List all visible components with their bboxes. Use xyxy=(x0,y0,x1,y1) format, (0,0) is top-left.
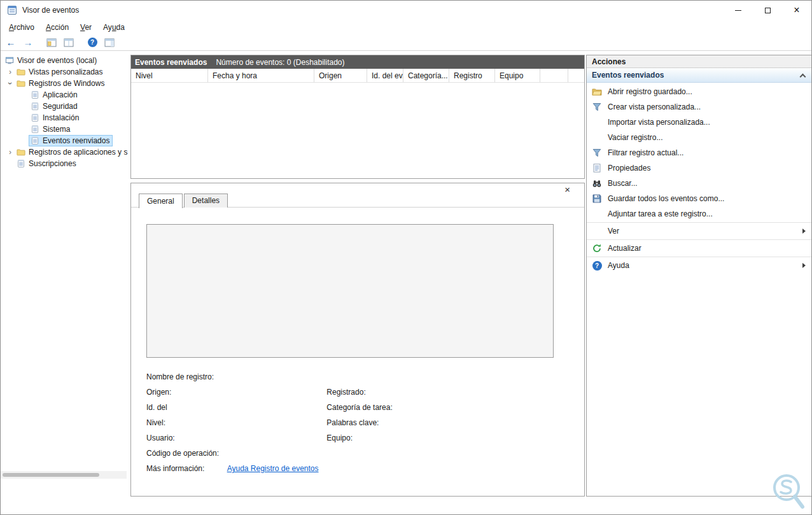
find-icon xyxy=(592,178,602,188)
back-button[interactable]: ← xyxy=(3,36,18,50)
action-create-custom-view[interactable]: Crear vista personalizada... xyxy=(587,99,811,115)
tree-item-registros-de-aplicaciones[interactable]: › Registros de aplicaciones y s xyxy=(1,146,128,158)
separator xyxy=(587,239,811,240)
horizontal-scrollbar[interactable] xyxy=(1,471,127,479)
close-preview-icon[interactable]: × xyxy=(564,185,570,194)
close-button[interactable]: × xyxy=(782,1,811,20)
preview-tabs: General Detalles xyxy=(131,194,584,208)
action-filter-current-log[interactable]: Filtrar registro actual... xyxy=(587,145,811,160)
window-title: Visor de eventos xyxy=(22,6,79,15)
minimize-button[interactable] xyxy=(724,1,753,20)
actions-list: Abrir registro guardado... Crear vista p… xyxy=(587,83,811,273)
tree-item-suscripciones[interactable]: Suscripciones xyxy=(1,158,128,169)
menu-archivo[interactable]: Archivo xyxy=(3,21,40,34)
chevron-right-icon[interactable]: › xyxy=(6,148,15,156)
column-nivel[interactable]: Nivel xyxy=(131,69,208,82)
action-properties[interactable]: Propiedades xyxy=(587,160,811,176)
filter-icon xyxy=(592,148,602,158)
tree-item-seguridad[interactable]: Seguridad xyxy=(1,101,128,112)
field-registrado: Registrado: xyxy=(326,388,365,397)
separator xyxy=(587,257,811,257)
action-import-custom-view[interactable]: Importar vista personalizada... xyxy=(587,115,811,130)
console-tree-icon xyxy=(46,38,57,48)
maximize-button[interactable] xyxy=(753,1,782,20)
actions-group-header[interactable]: Eventos reenviados xyxy=(587,68,811,83)
scrollbar-thumb[interactable] xyxy=(3,473,99,477)
general-tab-content: Nombre de registro: Origen: Registrado: … xyxy=(131,208,584,476)
minimize-icon xyxy=(735,10,741,11)
column-filler xyxy=(568,69,584,82)
field-row: Id. del Categoría de tarea: xyxy=(146,400,584,415)
console-tree-pane: Visor de eventos (local) › Vistas person… xyxy=(1,55,128,497)
field-nombre-de-registro: Nombre de registro: xyxy=(146,369,325,384)
field-row: Código de operación: xyxy=(146,446,584,461)
folder-icon xyxy=(17,79,25,88)
action-attach-task[interactable]: Adjuntar tarea a este registro... xyxy=(587,206,811,222)
tab-general[interactable]: General xyxy=(139,194,183,208)
console-window-button[interactable] xyxy=(61,36,76,50)
results-pane: Eventos reenviados Número de eventos: 0 … xyxy=(130,55,585,497)
menu-ayuda[interactable]: Ayuda xyxy=(97,21,130,34)
action-save-all-events[interactable]: Guardar todos los eventos como... xyxy=(587,191,811,206)
collapse-chevron-icon[interactable] xyxy=(800,73,806,80)
folder-icon xyxy=(17,148,25,157)
action-open-saved-log[interactable]: Abrir registro guardado... xyxy=(587,84,811,99)
event-viewer-window: Visor de eventos × Archivo Acción Ver Ay… xyxy=(0,0,812,515)
submenu-arrow-icon xyxy=(802,263,806,268)
tree-item-visor-de-eventos[interactable]: Visor de eventos (local) xyxy=(1,55,128,66)
column-categoria[interactable]: Categoría... xyxy=(403,69,449,82)
column-equipo[interactable]: Equipo xyxy=(495,69,540,82)
action-clear-log[interactable]: Vaciar registro... xyxy=(587,130,811,145)
action-refresh[interactable]: Actualizar xyxy=(587,241,811,256)
tree-item-instalacion[interactable]: Instalación xyxy=(1,112,128,123)
field-id-evento: Id. del xyxy=(146,400,325,415)
field-mas-informacion: Más información: xyxy=(146,461,225,476)
tab-detalles[interactable]: Detalles xyxy=(184,194,228,208)
event-log-icon xyxy=(31,102,39,111)
list-title: Eventos reenviados xyxy=(135,58,207,67)
action-help[interactable]: ? Ayuda xyxy=(587,258,811,273)
show-console-tree-button[interactable] xyxy=(44,36,59,50)
properties-icon xyxy=(592,163,602,173)
action-view[interactable]: Ver xyxy=(587,223,811,239)
separator xyxy=(587,222,811,223)
menu-ver[interactable]: Ver xyxy=(74,21,97,34)
field-row: Más información: Ayuda Registro de event… xyxy=(146,461,584,476)
event-log-help-link[interactable]: Ayuda Registro de eventos xyxy=(227,464,319,473)
tree-item-registros-de-windows[interactable]: › Registros de Windows xyxy=(1,78,128,89)
column-empty xyxy=(540,69,568,82)
help-button[interactable]: ? xyxy=(85,36,100,50)
field-palabras-clave: Palabras clave: xyxy=(326,418,379,427)
event-log-icon xyxy=(31,136,39,145)
field-row: Usuario: Equipo: xyxy=(146,430,584,446)
console-window-icon xyxy=(64,38,74,48)
tree-item-aplicacion[interactable]: Aplicación xyxy=(1,89,128,101)
event-viewer-icon xyxy=(5,56,14,65)
event-count-text: Número de eventos: 0 (Deshabilitado) xyxy=(216,58,344,67)
create-custom-view-icon xyxy=(592,102,602,112)
chevron-right-icon[interactable]: › xyxy=(6,68,15,76)
preview-pane: × General Detalles Nombre de registro: O xyxy=(130,183,585,497)
column-origen[interactable]: Origen xyxy=(314,69,367,82)
event-viewer-app-icon xyxy=(7,5,17,15)
column-registro[interactable]: Registro xyxy=(449,69,495,82)
event-list-body[interactable] xyxy=(131,83,584,178)
chevron-down-icon[interactable]: › xyxy=(6,79,14,88)
field-usuario: Usuario: xyxy=(146,430,325,446)
tree-item-sistema[interactable]: Sistema xyxy=(1,123,128,135)
help-icon: ? xyxy=(88,38,97,47)
menu-accion[interactable]: Acción xyxy=(40,21,74,34)
column-fecha-y-hora[interactable]: Fecha y hora xyxy=(208,69,314,82)
event-description-box xyxy=(146,224,554,358)
show-action-pane-button[interactable] xyxy=(102,36,117,50)
forward-button[interactable]: → xyxy=(20,36,36,50)
tree-item-eventos-reenviados[interactable]: Eventos reenviados xyxy=(1,135,128,146)
column-id-evento[interactable]: Id. del ev... xyxy=(367,69,403,82)
preview-top-strip: × xyxy=(131,183,584,194)
tree-item-vistas-personalizadas[interactable]: › Vistas personalizadas xyxy=(1,66,128,78)
back-arrow-icon: ← xyxy=(6,38,16,47)
field-categoria-de-tarea: Categoría de tarea: xyxy=(326,403,392,412)
action-find[interactable]: Buscar... xyxy=(587,176,811,191)
list-title-bar: Eventos reenviados Número de eventos: 0 … xyxy=(131,55,584,69)
actions-group-label: Eventos reenviados xyxy=(592,71,664,80)
